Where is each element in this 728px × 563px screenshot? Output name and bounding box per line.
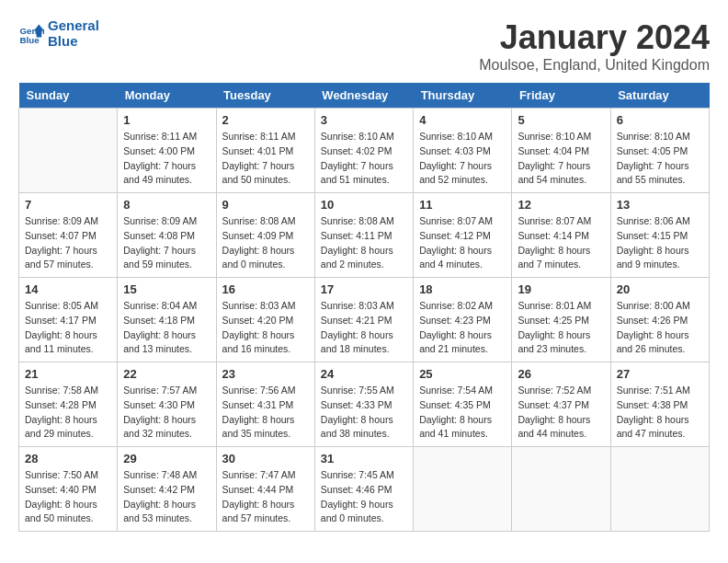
calendar-cell: 18Sunrise: 8:02 AM Sunset: 4:23 PM Dayli… (414, 278, 512, 362)
day-number: 18 (419, 282, 506, 296)
day-number: 10 (321, 198, 407, 212)
calendar-cell: 15Sunrise: 8:04 AM Sunset: 4:18 PM Dayli… (118, 278, 216, 362)
calendar-cell: 11Sunrise: 8:07 AM Sunset: 4:12 PM Dayli… (414, 193, 512, 278)
day-number: 13 (617, 198, 703, 212)
day-number: 6 (617, 113, 703, 127)
day-number: 19 (518, 282, 604, 296)
calendar-body: 1Sunrise: 8:11 AM Sunset: 4:00 PM Daylig… (19, 109, 710, 532)
day-number: 16 (222, 282, 309, 296)
day-info: Sunrise: 7:48 AM Sunset: 4:42 PM Dayligh… (123, 468, 210, 526)
calendar-cell: 6Sunrise: 8:10 AM Sunset: 4:05 PM Daylig… (610, 109, 709, 193)
day-number: 30 (222, 452, 309, 465)
week-row-2: 7Sunrise: 8:09 AM Sunset: 4:07 PM Daylig… (19, 193, 710, 278)
calendar-cell: 29Sunrise: 7:48 AM Sunset: 4:42 PM Dayli… (118, 447, 216, 532)
day-number: 8 (123, 198, 210, 212)
calendar-cell: 23Sunrise: 7:56 AM Sunset: 4:31 PM Dayli… (216, 362, 314, 447)
week-row-4: 21Sunrise: 7:58 AM Sunset: 4:28 PM Dayli… (19, 362, 710, 447)
day-info: Sunrise: 7:50 AM Sunset: 4:40 PM Dayligh… (25, 468, 111, 526)
week-row-5: 28Sunrise: 7:50 AM Sunset: 4:40 PM Dayli… (19, 447, 710, 532)
calendar-cell: 20Sunrise: 8:00 AM Sunset: 4:26 PM Dayli… (610, 278, 709, 362)
day-info: Sunrise: 8:09 AM Sunset: 4:07 PM Dayligh… (25, 214, 111, 272)
calendar-header-tuesday: Tuesday (216, 83, 314, 109)
calendar-cell: 8Sunrise: 8:09 AM Sunset: 4:08 PM Daylig… (118, 193, 216, 278)
day-info: Sunrise: 8:09 AM Sunset: 4:08 PM Dayligh… (123, 214, 210, 272)
day-number: 31 (321, 452, 407, 465)
day-number: 20 (617, 282, 703, 296)
calendar-cell: 5Sunrise: 8:10 AM Sunset: 4:04 PM Daylig… (512, 109, 610, 193)
calendar-cell (414, 447, 512, 532)
day-info: Sunrise: 7:52 AM Sunset: 4:37 PM Dayligh… (518, 384, 604, 442)
day-number: 3 (321, 113, 407, 127)
calendar-cell: 27Sunrise: 7:51 AM Sunset: 4:38 PM Dayli… (610, 362, 709, 447)
calendar-cell: 30Sunrise: 7:47 AM Sunset: 4:44 PM Dayli… (216, 447, 314, 532)
day-info: Sunrise: 7:47 AM Sunset: 4:44 PM Dayligh… (222, 468, 309, 526)
calendar-cell: 1Sunrise: 8:11 AM Sunset: 4:00 PM Daylig… (118, 109, 216, 193)
calendar-cell: 28Sunrise: 7:50 AM Sunset: 4:40 PM Dayli… (19, 447, 118, 532)
day-info: Sunrise: 8:10 AM Sunset: 4:03 PM Dayligh… (419, 130, 506, 188)
day-number: 17 (321, 282, 407, 296)
day-number: 29 (123, 452, 210, 465)
calendar-subtitle: Moulsoe, England, United Kingdom (479, 57, 710, 74)
logo: General Blue General Blue (18, 18, 99, 49)
day-info: Sunrise: 8:10 AM Sunset: 4:05 PM Dayligh… (617, 130, 703, 188)
calendar-cell: 10Sunrise: 8:08 AM Sunset: 4:11 PM Dayli… (314, 193, 413, 278)
day-info: Sunrise: 8:02 AM Sunset: 4:23 PM Dayligh… (419, 299, 506, 357)
day-number: 22 (123, 367, 210, 381)
day-info: Sunrise: 8:08 AM Sunset: 4:11 PM Dayligh… (321, 214, 407, 272)
title-area: January 2024 Moulsoe, England, United Ki… (479, 18, 710, 74)
day-info: Sunrise: 7:55 AM Sunset: 4:33 PM Dayligh… (321, 384, 407, 442)
day-number: 14 (25, 282, 111, 296)
day-info: Sunrise: 8:00 AM Sunset: 4:26 PM Dayligh… (617, 299, 703, 357)
day-number: 27 (617, 367, 703, 381)
day-info: Sunrise: 7:57 AM Sunset: 4:30 PM Dayligh… (123, 384, 210, 442)
calendar-cell: 31Sunrise: 7:45 AM Sunset: 4:46 PM Dayli… (314, 447, 413, 532)
day-number: 15 (123, 282, 210, 296)
day-number: 2 (222, 113, 309, 127)
calendar-cell: 12Sunrise: 8:07 AM Sunset: 4:14 PM Dayli… (512, 193, 610, 278)
calendar-cell: 17Sunrise: 8:03 AM Sunset: 4:21 PM Dayli… (314, 278, 413, 362)
day-info: Sunrise: 7:58 AM Sunset: 4:28 PM Dayligh… (25, 384, 111, 442)
day-info: Sunrise: 7:51 AM Sunset: 4:38 PM Dayligh… (617, 384, 703, 442)
calendar-header-thursday: Thursday (414, 83, 512, 109)
calendar-cell (610, 447, 709, 532)
calendar-cell (19, 109, 118, 193)
day-info: Sunrise: 8:04 AM Sunset: 4:18 PM Dayligh… (123, 299, 210, 357)
calendar-table: SundayMondayTuesdayWednesdayThursdayFrid… (18, 83, 710, 532)
calendar-header-row: SundayMondayTuesdayWednesdayThursdayFrid… (19, 83, 710, 109)
day-number: 25 (419, 367, 506, 381)
day-info: Sunrise: 8:01 AM Sunset: 4:25 PM Dayligh… (518, 299, 604, 357)
calendar-header-sunday: Sunday (19, 83, 118, 109)
day-info: Sunrise: 7:45 AM Sunset: 4:46 PM Dayligh… (321, 468, 407, 526)
day-info: Sunrise: 8:10 AM Sunset: 4:04 PM Dayligh… (518, 130, 604, 188)
calendar-header-saturday: Saturday (610, 83, 709, 109)
day-info: Sunrise: 8:07 AM Sunset: 4:14 PM Dayligh… (518, 214, 604, 272)
calendar-cell: 14Sunrise: 8:05 AM Sunset: 4:17 PM Dayli… (19, 278, 118, 362)
day-info: Sunrise: 8:11 AM Sunset: 4:01 PM Dayligh… (222, 130, 309, 188)
calendar-header-wednesday: Wednesday (314, 83, 413, 109)
calendar-cell: 13Sunrise: 8:06 AM Sunset: 4:15 PM Dayli… (610, 193, 709, 278)
day-info: Sunrise: 8:08 AM Sunset: 4:09 PM Dayligh… (222, 214, 309, 272)
day-number: 26 (518, 367, 604, 381)
day-number: 4 (419, 113, 506, 127)
day-number: 1 (123, 113, 210, 127)
logo-line2: Blue (48, 34, 99, 50)
calendar-cell: 24Sunrise: 7:55 AM Sunset: 4:33 PM Dayli… (314, 362, 413, 447)
day-number: 23 (222, 367, 309, 381)
logo-line1: General (48, 18, 99, 34)
day-info: Sunrise: 7:54 AM Sunset: 4:35 PM Dayligh… (419, 384, 506, 442)
day-info: Sunrise: 8:11 AM Sunset: 4:00 PM Dayligh… (123, 130, 210, 188)
day-info: Sunrise: 7:56 AM Sunset: 4:31 PM Dayligh… (222, 384, 309, 442)
calendar-cell: 3Sunrise: 8:10 AM Sunset: 4:02 PM Daylig… (314, 109, 413, 193)
header: General Blue General Blue January 2024 M… (18, 18, 710, 74)
day-info: Sunrise: 8:05 AM Sunset: 4:17 PM Dayligh… (25, 299, 111, 357)
calendar-cell: 9Sunrise: 8:08 AM Sunset: 4:09 PM Daylig… (216, 193, 314, 278)
day-number: 7 (25, 198, 111, 212)
calendar-cell: 25Sunrise: 7:54 AM Sunset: 4:35 PM Dayli… (414, 362, 512, 447)
day-info: Sunrise: 8:03 AM Sunset: 4:21 PM Dayligh… (321, 299, 407, 357)
calendar-cell: 16Sunrise: 8:03 AM Sunset: 4:20 PM Dayli… (216, 278, 314, 362)
day-number: 12 (518, 198, 604, 212)
day-info: Sunrise: 8:06 AM Sunset: 4:15 PM Dayligh… (617, 214, 703, 272)
day-info: Sunrise: 8:10 AM Sunset: 4:02 PM Dayligh… (321, 130, 407, 188)
calendar-cell: 26Sunrise: 7:52 AM Sunset: 4:37 PM Dayli… (512, 362, 610, 447)
calendar-cell: 22Sunrise: 7:57 AM Sunset: 4:30 PM Dayli… (118, 362, 216, 447)
